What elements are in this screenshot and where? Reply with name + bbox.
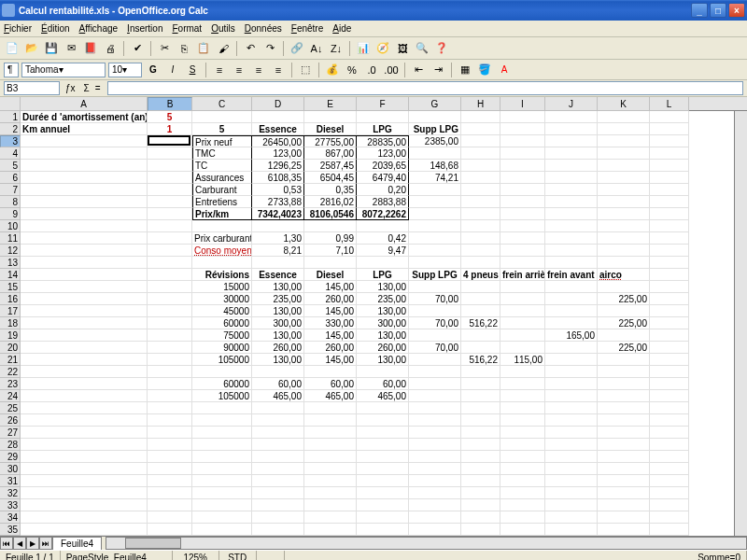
- sheet-tab[interactable]: Feuille4: [52, 537, 102, 550]
- bold-icon[interactable]: G: [145, 62, 162, 78]
- formula-bar: ƒx Σ =: [0, 80, 747, 97]
- align-right-icon[interactable]: ≡: [250, 62, 267, 78]
- borders-icon[interactable]: ▦: [457, 62, 473, 78]
- menu-format[interactable]: Format: [172, 23, 202, 34]
- tab-nav[interactable]: ⏮◀▶⏭: [0, 537, 52, 550]
- menu-édition[interactable]: Édition: [41, 23, 70, 34]
- decimal-rem-icon[interactable]: .00: [383, 62, 400, 78]
- chart-icon[interactable]: 📊: [355, 40, 372, 57]
- menu-bar: FichierÉditionAffichageInsertionFormatOu…: [0, 21, 747, 37]
- decimal-add-icon[interactable]: .0: [363, 62, 380, 78]
- percent-icon[interactable]: %: [344, 62, 360, 78]
- print-icon[interactable]: 🖨: [102, 40, 119, 57]
- menu-données[interactable]: Données: [245, 23, 282, 34]
- status-blank: [257, 551, 285, 561]
- menu-insertion[interactable]: Insertion: [127, 23, 162, 34]
- undo-icon[interactable]: ↶: [242, 40, 259, 57]
- standard-toolbar: 📄 📂 💾 ✉ 📕 🖨 ✔ ✂ ⎘ 📋 🖌 ↶ ↷ 🔗 A↓ Z↓ 📊 🧭 🖼 …: [0, 37, 747, 60]
- justify-icon[interactable]: ≡: [270, 62, 287, 78]
- underline-icon[interactable]: S: [184, 62, 201, 78]
- cut-icon[interactable]: ✂: [156, 40, 173, 57]
- equals-icon[interactable]: =: [95, 83, 101, 93]
- open-icon[interactable]: 📂: [23, 40, 40, 57]
- navigator-icon[interactable]: 🧭: [374, 40, 391, 57]
- paste-icon[interactable]: 📋: [195, 40, 212, 57]
- fontcolor-icon[interactable]: A: [496, 62, 513, 78]
- maximize-button[interactable]: □: [710, 3, 726, 18]
- align-center-icon[interactable]: ≡: [231, 62, 247, 78]
- status-zoom[interactable]: 125%: [173, 551, 219, 561]
- align-left-icon[interactable]: ≡: [211, 62, 228, 78]
- sum-icon[interactable]: Σ: [84, 83, 90, 93]
- column-headers[interactable]: ABCDEFGHIJKL: [0, 97, 747, 111]
- status-style: PageStyle_Feuille4: [61, 551, 173, 561]
- copy-icon[interactable]: ⎘: [176, 40, 192, 57]
- vertical-scrollbar[interactable]: [734, 111, 747, 536]
- italic-icon[interactable]: I: [164, 62, 181, 78]
- status-bar: Feuille 1 / 1 PageStyle_Feuille4 125% ST…: [0, 550, 747, 560]
- sort-desc-icon[interactable]: Z↓: [328, 40, 345, 57]
- pdf-icon[interactable]: 📕: [82, 40, 99, 57]
- row-headers[interactable]: 1234567891011121314151617181920212223242…: [0, 111, 21, 536]
- fontsize-select[interactable]: 10 ▾: [108, 63, 142, 77]
- font-select[interactable]: Tahoma ▾: [21, 63, 106, 77]
- new-icon[interactable]: 📄: [4, 40, 21, 57]
- window-title: Calcul rentabilité.xls - OpenOffice.org …: [19, 6, 208, 16]
- indent-inc-icon[interactable]: ⇥: [430, 62, 446, 78]
- spell-icon[interactable]: ✔: [129, 40, 146, 57]
- save-icon[interactable]: 💾: [43, 40, 60, 57]
- window-titlebar: Calcul rentabilité.xls - OpenOffice.org …: [0, 0, 747, 21]
- menu-outils[interactable]: Outils: [211, 23, 235, 34]
- app-icon: [2, 4, 15, 17]
- help-icon[interactable]: ❓: [433, 40, 450, 57]
- fx-icon[interactable]: ƒx: [65, 83, 76, 93]
- formula-input[interactable]: [107, 81, 743, 95]
- cells-grid[interactable]: Durée d 'amortissement (an)5Km annuel15E…: [21, 111, 747, 536]
- currency-icon[interactable]: 💰: [324, 62, 341, 78]
- gallery-icon[interactable]: 🖼: [394, 40, 411, 57]
- redo-icon[interactable]: ↷: [261, 40, 278, 57]
- brush-icon[interactable]: 🖌: [215, 40, 232, 57]
- sort-asc-icon[interactable]: A↓: [308, 40, 325, 57]
- menu-affichage[interactable]: Affichage: [79, 23, 119, 34]
- sheet-tabs-bar: ⏮◀▶⏭ Feuille4: [0, 536, 747, 550]
- link-icon[interactable]: 🔗: [289, 40, 305, 57]
- styles-icon[interactable]: ¶: [4, 63, 19, 77]
- format-toolbar: ¶ Tahoma ▾ 10 ▾ G I S ≡ ≡ ≡ ≡ ⬚ 💰 % .0 .…: [0, 60, 747, 80]
- email-icon[interactable]: ✉: [63, 40, 79, 57]
- menu-aide[interactable]: Aide: [332, 23, 351, 34]
- spreadsheet-area: ABCDEFGHIJKL 123456789101112131415161718…: [0, 97, 747, 536]
- horizontal-scrollbar[interactable]: [106, 537, 747, 550]
- zoom-icon[interactable]: 🔍: [414, 40, 430, 57]
- close-button[interactable]: ×: [728, 3, 745, 18]
- status-sheet: Feuille 1 / 1: [0, 551, 61, 561]
- status-sum: Somme=0: [285, 551, 747, 561]
- menu-fichier[interactable]: Fichier: [4, 23, 32, 34]
- indent-dec-icon[interactable]: ⇤: [410, 62, 427, 78]
- menu-fenêtre[interactable]: Fenêtre: [291, 23, 323, 34]
- bgcolor-icon[interactable]: 🪣: [476, 62, 493, 78]
- status-std: STD: [219, 551, 257, 561]
- merge-icon[interactable]: ⬚: [297, 62, 314, 78]
- cell-reference[interactable]: [4, 81, 60, 95]
- minimize-button[interactable]: _: [691, 3, 708, 18]
